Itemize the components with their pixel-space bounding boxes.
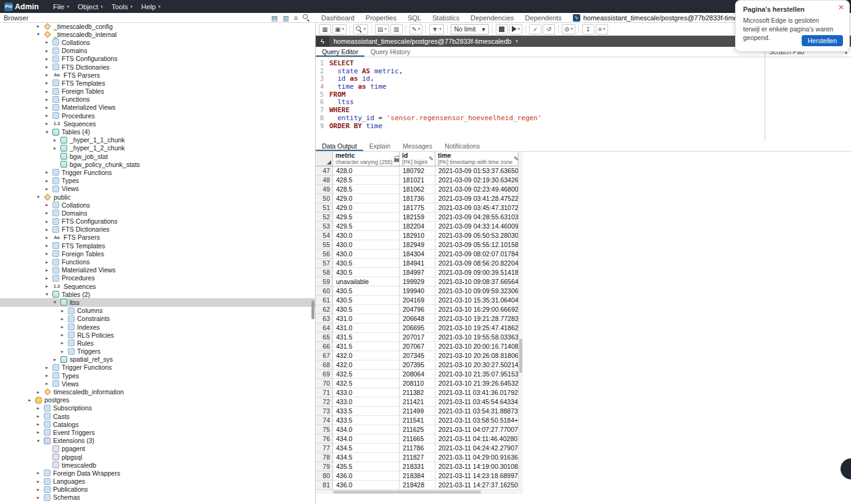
- tree-item-timescaledb-internal[interactable]: ▾_timescaledb_internal: [0, 30, 316, 38]
- chevron-right-icon[interactable]: ▸: [61, 324, 68, 330]
- row-number[interactable]: 58: [316, 268, 333, 277]
- tree-item-event-triggers[interactable]: ▸Event Triggers: [0, 428, 316, 436]
- tree-item-sequences[interactable]: ▸1.3Sequences: [0, 282, 316, 290]
- cell-time[interactable]: 2021-03-11 04:11:46.402801+00: [435, 434, 519, 444]
- sql-editor[interactable]: 1SELECT2 state AS metric,3 id as id,4 ti…: [316, 57, 765, 141]
- cell-metric[interactable]: 432.0: [333, 360, 400, 370]
- row-number[interactable]: 80: [316, 471, 333, 481]
- tree-item-collations[interactable]: ▸Collations: [0, 38, 316, 46]
- row-number[interactable]: 54: [316, 231, 333, 240]
- cell-metric[interactable]: 431.0: [333, 314, 400, 323]
- tree-item-ltss[interactable]: ▾ltss: [0, 298, 316, 306]
- cell-id[interactable]: 181775: [400, 203, 435, 213]
- restore-button[interactable]: Herstellen: [802, 35, 843, 46]
- chevron-right-icon[interactable]: ▸: [46, 121, 52, 126]
- tree-item-domains[interactable]: ▸Domains: [0, 209, 316, 217]
- chevron-right-icon[interactable]: ▸: [46, 64, 52, 70]
- tree-scrollbar-thumb[interactable]: [311, 301, 314, 319]
- chevron-right-icon[interactable]: ▸: [37, 470, 44, 476]
- cell-time[interactable]: 2021-03-10 21:35:07.951531+00: [435, 370, 519, 379]
- row-number[interactable]: 72: [316, 397, 333, 407]
- chevron-down-icon[interactable]: ▾: [37, 194, 44, 200]
- tree-item-fts-parsers[interactable]: ▸AaFTS Parsers: [0, 234, 316, 242]
- tree-item-timescaledb[interactable]: timescaledb: [0, 461, 316, 469]
- chevron-down-icon[interactable]: ▾: [54, 299, 60, 305]
- row-number[interactable]: 63: [316, 314, 333, 323]
- tab-statistics[interactable]: Statistics: [427, 13, 465, 23]
- cell-time[interactable]: 2021-03-09 08:02:07.017842+00: [435, 250, 519, 259]
- chevron-right-icon[interactable]: ▸: [61, 332, 68, 338]
- cell-id[interactable]: 207395: [400, 360, 435, 370]
- row-number[interactable]: 69: [316, 370, 333, 379]
- cell-metric[interactable]: 436.0: [333, 481, 400, 490]
- cell-metric[interactable]: 434.0: [333, 425, 400, 434]
- tab-dependents[interactable]: Dependents: [519, 13, 567, 23]
- tree-item-schemas[interactable]: ▸Schemas: [0, 494, 316, 502]
- find-button[interactable]: ▾: [353, 24, 368, 35]
- chevron-right-icon[interactable]: ▸: [61, 340, 68, 346]
- row-number[interactable]: 55: [316, 240, 333, 250]
- cell-metric[interactable]: 435.5: [333, 462, 400, 471]
- cell-id[interactable]: 207067: [400, 342, 435, 351]
- cell-metric[interactable]: 430.0: [333, 250, 400, 259]
- cell-time[interactable]: 2021-03-10 21:39:26.645326+00: [435, 379, 519, 388]
- chevron-right-icon[interactable]: ▸: [37, 389, 44, 395]
- tree-item-publications[interactable]: ▸Publications: [0, 486, 316, 494]
- chevron-right-icon[interactable]: ▸: [46, 210, 52, 216]
- tree-item-postgres[interactable]: ▸postgres: [0, 396, 316, 404]
- chevron-right-icon[interactable]: ▸: [37, 479, 44, 484]
- row-limit-select[interactable]: No limit▾: [451, 24, 489, 35]
- cell-id[interactable]: 208064: [400, 370, 435, 379]
- row-number[interactable]: 53: [316, 222, 333, 231]
- cell-metric[interactable]: 433.0: [333, 397, 400, 407]
- cell-id[interactable]: 182910: [400, 231, 435, 240]
- cell-metric[interactable]: 430.5: [333, 287, 400, 296]
- chevron-down-icon[interactable]: ▾: [37, 438, 44, 444]
- cell-id[interactable]: 211541: [400, 416, 435, 425]
- execute-button[interactable]: ▾: [509, 24, 522, 35]
- cell-metric[interactable]: 432.5: [333, 370, 400, 379]
- browser-menu-icon[interactable]: ▤: [271, 14, 278, 22]
- cell-time[interactable]: 2021-03-11 03:54:31.888738+00: [435, 407, 519, 416]
- tree-item-procedures[interactable]: ▸Procedures: [0, 112, 316, 120]
- cell-time[interactable]: 2021-03-10 20:30:27.502145+00: [435, 360, 519, 370]
- copy-button[interactable]: ▤▾: [375, 24, 389, 35]
- tree-item-fts-dictionaries[interactable]: ▸FTS Dictionaries: [0, 63, 316, 71]
- cell-time[interactable]: 2021-03-10 09:09:59.323064+00: [435, 287, 519, 296]
- clear-button[interactable]: ⊘▾: [562, 24, 575, 35]
- cell-metric[interactable]: 431.5: [333, 342, 400, 351]
- chevron-right-icon[interactable]: ▸: [46, 89, 52, 94]
- column-header-id[interactable]: id[PK] bigint✎: [400, 152, 435, 166]
- collapse-tree-icon[interactable]: ≡: [294, 14, 298, 22]
- chevron-right-icon[interactable]: ▸: [46, 80, 52, 86]
- select-all-corner[interactable]: [316, 152, 333, 166]
- cell-time[interactable]: 2021-03-10 19:21:28.772838+00: [435, 314, 519, 323]
- cell-metric[interactable]: 430.5: [333, 268, 400, 277]
- cell-metric[interactable]: 431.5: [333, 333, 400, 342]
- column-header-time[interactable]: time[PK] timestamp with time zone✎: [435, 152, 519, 166]
- cell-time[interactable]: 2021-03-09 01:53:37.636503+00: [435, 166, 519, 176]
- tree-item-fts-parsers[interactable]: ▸AaFTS Parsers: [0, 71, 316, 79]
- chevron-right-icon[interactable]: ▸: [37, 487, 44, 492]
- filter-button[interactable]: ▼▾: [429, 24, 443, 35]
- row-number[interactable]: 71: [316, 388, 333, 397]
- tree-item-plpgsql[interactable]: plpgsql: [0, 453, 316, 461]
- chevron-right-icon[interactable]: ▸: [46, 186, 52, 192]
- tree-item-domains[interactable]: ▸Domains: [0, 47, 316, 55]
- cell-metric[interactable]: 430.5: [333, 296, 400, 305]
- paste-button[interactable]: ▥: [390, 24, 403, 35]
- stop-button[interactable]: [496, 24, 508, 35]
- tab-dependencies[interactable]: Dependencies: [465, 13, 519, 23]
- cell-id[interactable]: 211382: [400, 388, 435, 397]
- tree-item-rls-policies[interactable]: ▸RLS Policies: [0, 331, 316, 339]
- cell-time[interactable]: 2021-03-09 05:50:53.280301+00: [435, 231, 519, 240]
- tree-item-hyper-1-1-chunk[interactable]: ▸_hyper_1_1_chunk: [0, 136, 316, 144]
- chevron-right-icon[interactable]: ▸: [46, 202, 52, 208]
- tree-item-functions[interactable]: ▸Functions: [0, 258, 316, 266]
- cell-id[interactable]: 208110: [400, 379, 435, 388]
- tab-query-history[interactable]: Query History: [364, 47, 416, 57]
- tab-dashboard[interactable]: Dashboard: [316, 13, 360, 23]
- search-icon[interactable]: [303, 14, 310, 21]
- cell-id[interactable]: 181062: [400, 185, 435, 194]
- tree-item-bgw-job-stat[interactable]: bgw_job_stat: [0, 152, 316, 160]
